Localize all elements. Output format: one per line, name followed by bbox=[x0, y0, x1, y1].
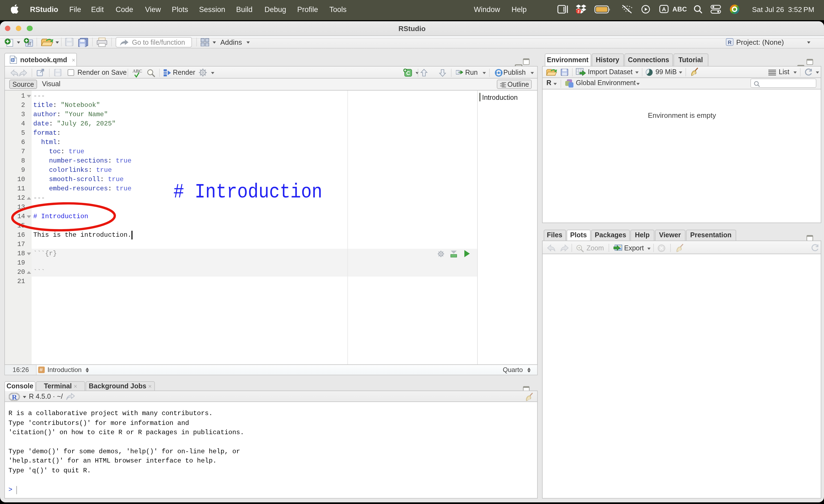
svg-text:A: A bbox=[662, 6, 666, 12]
svg-text:R: R bbox=[728, 39, 732, 45]
svg-text:R: R bbox=[12, 393, 17, 401]
svg-text:2: 2 bbox=[578, 9, 580, 13]
svg-text:ABC: ABC bbox=[132, 68, 142, 73]
